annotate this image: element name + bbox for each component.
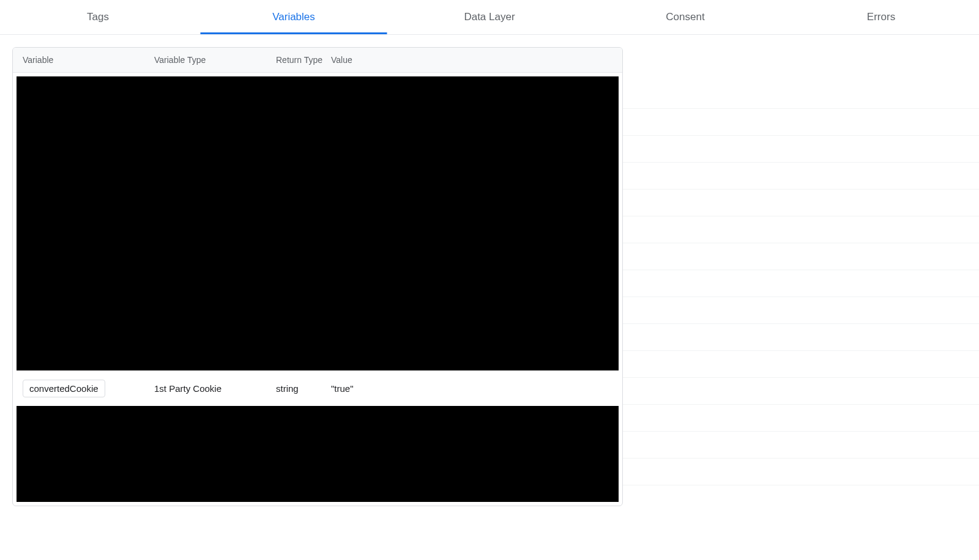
background-row: [623, 190, 979, 216]
header-return-type: Return Type: [276, 55, 331, 65]
tab-data-layer[interactable]: Data Layer: [392, 0, 587, 34]
tab-variables[interactable]: Variables: [196, 0, 392, 34]
background-row: [623, 109, 979, 136]
background-row: [623, 324, 979, 351]
redacted-content-top: [17, 76, 619, 370]
header-variable-type: Variable Type: [154, 55, 276, 65]
background-row: [623, 351, 979, 378]
background-row: [623, 485, 979, 506]
header-variable: Variable: [23, 55, 154, 65]
tab-tags[interactable]: Tags: [0, 0, 196, 34]
redacted-content-bottom: [17, 406, 619, 502]
background-row: [623, 459, 979, 485]
content-area: Variable Variable Type Return Type Value…: [0, 35, 979, 506]
table-row[interactable]: convertedCookie 1st Party Cookie string …: [13, 374, 622, 402]
cell-value: "true": [331, 383, 612, 394]
cell-variable-type: 1st Party Cookie: [154, 383, 276, 394]
cell-return-type: string: [276, 383, 331, 394]
tab-consent[interactable]: Consent: [587, 0, 783, 34]
background-row: [623, 243, 979, 270]
background-row: [623, 378, 979, 405]
variable-chip[interactable]: convertedCookie: [23, 380, 105, 397]
background-row: [623, 270, 979, 297]
background-row: [623, 216, 979, 243]
variables-panel: Variable Variable Type Return Type Value…: [12, 47, 623, 506]
background-row: [623, 163, 979, 190]
background-row: [623, 297, 979, 324]
background-row: [623, 432, 979, 459]
background-row: [623, 405, 979, 432]
table-header: Variable Variable Type Return Type Value: [13, 48, 622, 73]
background-row: [623, 82, 979, 109]
tabs-bar: Tags Variables Data Layer Consent Errors: [0, 0, 979, 35]
tab-errors[interactable]: Errors: [783, 0, 979, 34]
header-value: Value: [331, 55, 612, 65]
cell-variable: convertedCookie: [23, 380, 154, 397]
background-rows: [623, 82, 979, 506]
background-row: [623, 136, 979, 163]
